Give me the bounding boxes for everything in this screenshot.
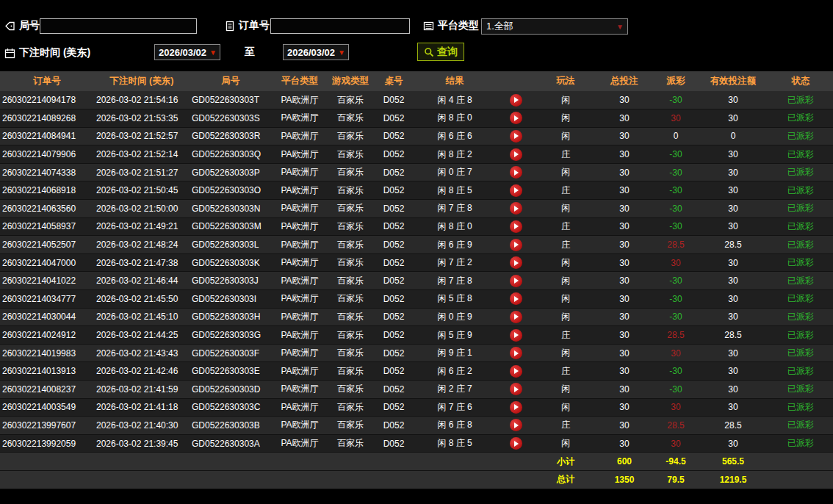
table-row: 2603022140849412026-03-02 21:52:57GD0522… (0, 127, 833, 145)
cell-replay (495, 181, 536, 200)
footer-label: 总计 (536, 470, 595, 489)
footer-valid-bet: 565.5 (698, 453, 768, 471)
cell-order: 260302214089268 (0, 109, 94, 128)
replay-icon[interactable] (510, 419, 522, 431)
cell-status: 已派彩 (768, 434, 833, 453)
footer-total-bet: 1350 (595, 470, 654, 489)
cell-round: GD0522630303M (190, 217, 272, 236)
order-input[interactable] (270, 18, 410, 34)
cell-game: 百家乐 (328, 109, 373, 128)
cell-game: 百家乐 (328, 290, 373, 309)
cell-time: 2026-03-02 21:49:21 (94, 217, 190, 236)
cell-play: 闲 (536, 344, 595, 362)
column-header: 订单号 (0, 71, 94, 91)
date-from-picker[interactable]: 2026/03/02 ▼ (154, 44, 220, 60)
cell-game: 百家乐 (328, 163, 373, 181)
replay-icon[interactable] (510, 275, 522, 287)
cell-status: 已派彩 (768, 217, 833, 236)
cell-payout: 28.5 (654, 326, 698, 345)
cell-result: 闲 6 庄 2 (414, 362, 495, 381)
search-icon (424, 47, 434, 57)
cell-order: 260302214074338 (0, 163, 94, 181)
date-to-picker[interactable]: 2026/03/02 ▼ (283, 44, 349, 60)
column-header: 平台类型 (272, 71, 328, 91)
replay-icon[interactable] (510, 329, 522, 342)
cell-result: 闲 8 庄 5 (414, 434, 495, 453)
replay-icon[interactable] (510, 347, 522, 359)
cell-table_no: D052 (373, 398, 414, 417)
cell-status: 已派彩 (768, 127, 833, 145)
cell-round: GD0522630303C (190, 398, 272, 417)
replay-icon[interactable] (510, 220, 522, 233)
cell-order: 260302213997607 (0, 417, 94, 435)
table-row: 2603022140199832026-03-02 21:43:43GD0522… (0, 344, 833, 362)
cell-bet: 30 (595, 381, 654, 399)
cell-round: GD0522630303H (190, 308, 272, 326)
replay-icon[interactable] (510, 311, 522, 323)
cell-round: GD0522630303S (190, 109, 272, 128)
cell-valid: 30 (698, 145, 768, 164)
cell-bet: 30 (595, 253, 654, 272)
replay-icon[interactable] (510, 94, 522, 107)
cell-game: 百家乐 (328, 200, 373, 218)
cell-play: 闲 (536, 127, 595, 145)
replay-icon[interactable] (510, 437, 522, 450)
cell-game: 百家乐 (328, 434, 373, 453)
chevron-down-icon: ▼ (338, 48, 345, 57)
replay-icon[interactable] (510, 166, 522, 179)
replay-icon[interactable] (510, 365, 522, 378)
replay-icon[interactable] (510, 292, 522, 305)
footer-payout: -94.5 (654, 453, 698, 471)
cell-status: 已派彩 (768, 362, 833, 381)
round-filter-label: 局号 (4, 19, 40, 32)
cell-result: 闲 2 庄 7 (414, 381, 495, 399)
replay-icon[interactable] (510, 202, 522, 215)
cell-platform: PA欧洲厅 (272, 163, 328, 181)
cell-payout: -30 (654, 290, 698, 309)
cell-replay (495, 145, 536, 164)
cell-platform: PA欧洲厅 (272, 381, 328, 399)
cell-table_no: D052 (373, 326, 414, 345)
replay-icon[interactable] (510, 239, 522, 251)
cell-time: 2026-03-02 21:40:30 (94, 417, 190, 435)
table-row: 2603022140300442026-03-02 21:45:10GD0522… (0, 308, 833, 326)
footer-empty-cell (414, 470, 495, 489)
list-icon (423, 21, 434, 32)
cell-play: 庄 (536, 145, 595, 164)
footer-empty-cell (0, 470, 94, 489)
cell-replay (495, 91, 536, 109)
footer-empty-cell (495, 470, 536, 489)
cell-order: 260302214084941 (0, 127, 94, 145)
cell-payout: 0 (654, 127, 698, 145)
search-button[interactable]: 查询 (417, 43, 464, 61)
cell-game: 百家乐 (328, 326, 373, 345)
replay-icon[interactable] (510, 112, 522, 124)
replay-icon[interactable] (510, 184, 522, 197)
cell-valid: 30 (698, 344, 768, 362)
replay-icon[interactable] (510, 401, 522, 414)
cell-replay (495, 326, 536, 345)
cell-table_no: D052 (373, 344, 414, 362)
replay-icon[interactable] (510, 256, 522, 269)
replay-icon[interactable] (510, 148, 522, 161)
footer-empty-cell (414, 453, 495, 471)
cell-valid: 30 (698, 381, 768, 399)
cell-bet: 30 (595, 109, 654, 128)
platform-select[interactable]: 1.全部 ▼ (481, 18, 628, 35)
footer-empty-cell (768, 470, 833, 489)
cell-payout: 30 (654, 434, 698, 453)
cell-order: 260302214041022 (0, 272, 94, 290)
cell-payout: 30 (654, 109, 698, 128)
cell-replay (495, 290, 536, 309)
footer-empty-cell (94, 453, 190, 471)
replay-icon[interactable] (510, 130, 522, 143)
date-from-value: 2026/03/02 (159, 47, 206, 58)
cell-game: 百家乐 (328, 181, 373, 200)
cell-result: 闲 8 庄 0 (414, 109, 495, 128)
cell-platform: PA欧洲厅 (272, 91, 328, 109)
replay-icon[interactable] (510, 383, 522, 395)
order-filter-text: 订单号 (239, 19, 270, 32)
footer-empty-cell (0, 453, 94, 471)
footer-empty-cell (272, 453, 328, 471)
round-input[interactable] (40, 18, 197, 34)
